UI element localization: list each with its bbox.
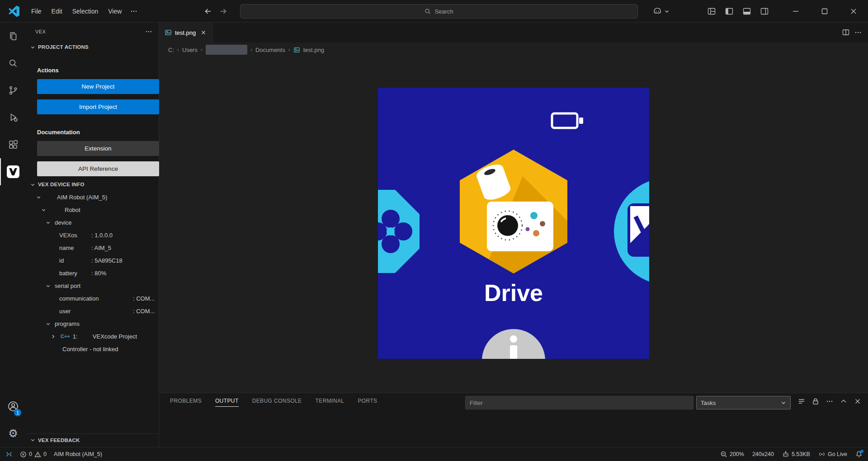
chevron-down-icon — [44, 219, 52, 226]
image-file-icon — [293, 47, 300, 53]
toggle-primary-sidebar-icon[interactable] — [722, 5, 736, 18]
account-icon[interactable]: 1 — [0, 393, 26, 420]
chevron-down-icon — [44, 282, 52, 289]
size-status[interactable]: 5.53KB — [782, 451, 810, 458]
close-panel-icon[interactable] — [854, 397, 862, 405]
warning-icon — [34, 451, 41, 458]
menu-view[interactable]: View — [103, 5, 127, 18]
lock-icon[interactable] — [811, 397, 820, 405]
chevron-down-icon — [29, 181, 36, 188]
settings-gear-icon[interactable]: ⚙ — [0, 420, 26, 447]
tree-item-name[interactable]: name: AIM_5 — [26, 241, 159, 254]
tree-item-robot[interactable]: Robot — [26, 203, 159, 216]
tab-problems[interactable]: PROBLEMS — [170, 396, 202, 407]
chevron-down-icon — [44, 320, 52, 327]
tree-item-battery[interactable]: battery: 80% — [26, 267, 159, 279]
tab-ports[interactable]: PORTS — [358, 396, 377, 407]
broadcast-icon — [818, 451, 826, 458]
breadcrumb-drive[interactable]: C: — [168, 47, 174, 53]
status-bar: 0 0 AIM Robot (AIM_5) 200% 240x240 5.53K… — [0, 447, 868, 461]
problems-status[interactable]: 0 0 — [20, 451, 47, 458]
tree-item-serial-port[interactable]: serial port — [26, 279, 159, 292]
tree-item-program-1[interactable]: C++ 1: VEXcode Project — [26, 330, 159, 343]
section-project-actions[interactable]: PROJECT ACTIONS — [26, 41, 159, 53]
menu-file[interactable]: File — [26, 5, 47, 18]
copilot-icon — [652, 6, 662, 16]
chevron-down-icon — [29, 437, 36, 444]
device-status[interactable]: AIM Robot (AIM_5) — [54, 451, 102, 457]
tab-terminal[interactable]: TERMINAL — [316, 396, 344, 407]
breadcrumb-file[interactable]: test.png — [303, 47, 324, 53]
new-project-button[interactable]: New Project — [37, 79, 159, 94]
maximize-button[interactable] — [810, 0, 839, 23]
minimize-button[interactable] — [781, 0, 810, 23]
robot-icon — [782, 451, 789, 458]
tab-label: test.png — [175, 29, 196, 36]
image-file-icon — [165, 29, 172, 36]
tree-item-device[interactable]: device — [26, 216, 159, 229]
tab-debug-console[interactable]: DEBUG CONSOLE — [252, 396, 302, 407]
activity-bar: 1 ⚙ — [0, 23, 26, 447]
section-vex-feedback[interactable]: VEX FEEDBACK — [26, 433, 159, 446]
section-device-info[interactable]: VEX DEVICE INFO — [26, 178, 159, 191]
breadcrumb-users[interactable]: Users — [182, 47, 198, 53]
menu-more-icon[interactable] — [127, 5, 141, 18]
clear-output-icon[interactable] — [797, 397, 806, 405]
bottom-panel: PROBLEMS OUTPUT DEBUG CONSOLE TERMINAL P… — [159, 393, 868, 447]
remote-indicator-icon[interactable] — [5, 451, 13, 458]
import-project-button[interactable]: Import Project — [37, 99, 159, 114]
tab-output[interactable]: OUTPUT — [215, 396, 239, 407]
forward-icon[interactable] — [219, 7, 228, 16]
tree-item-controller[interactable]: Controller - not linked — [26, 343, 159, 355]
title-bar: File Edit Selection View Search — [0, 0, 868, 23]
customize-layout-icon[interactable] — [705, 5, 718, 18]
tab-close-icon[interactable] — [199, 28, 208, 37]
breadcrumb-documents[interactable]: Documents — [255, 47, 285, 53]
toggle-secondary-sidebar-icon[interactable] — [758, 5, 771, 18]
tree-item-vexos[interactable]: VEXos: 1.0.0.0 — [26, 229, 159, 241]
menu-edit[interactable]: Edit — [47, 5, 67, 18]
actions-label: Actions — [37, 67, 159, 74]
menu-selection[interactable]: Selection — [67, 5, 104, 18]
split-editor-icon[interactable] — [842, 28, 850, 37]
close-window-button[interactable] — [839, 0, 868, 23]
tree-item-communication[interactable]: communication: COM... — [26, 292, 159, 305]
source-control-icon[interactable] — [0, 77, 26, 104]
editor-more-icon[interactable] — [854, 29, 862, 36]
breadcrumb-separator: › — [288, 47, 290, 53]
breadcrumb-separator: › — [250, 47, 252, 53]
vex-logo — [7, 165, 19, 178]
sidebar-more-icon[interactable] — [145, 28, 152, 35]
explorer-icon[interactable] — [0, 23, 26, 50]
tree-item-user[interactable]: user: COM... — [26, 305, 159, 317]
breadcrumb-separator: › — [201, 47, 203, 53]
chevron-down-icon — [35, 193, 42, 201]
toggle-panel-icon[interactable] — [740, 5, 754, 18]
extensions-icon[interactable] — [0, 131, 26, 158]
error-icon — [20, 451, 27, 458]
tree-item-aim-robot[interactable]: AIM Robot (AIM_5) — [26, 191, 159, 203]
copilot-button[interactable] — [652, 6, 670, 16]
go-live-status[interactable]: Go Live — [818, 451, 847, 458]
maximize-panel-icon[interactable] — [840, 397, 848, 405]
api-reference-button[interactable]: API Reference — [37, 161, 159, 176]
vscode-logo-icon — [8, 5, 20, 17]
output-channel-select[interactable]: Tasks — [696, 396, 791, 409]
notifications-bell-icon[interactable] — [855, 451, 863, 458]
tree-item-id[interactable]: id: 5A895C18 — [26, 254, 159, 267]
extension-docs-button[interactable]: Extension — [37, 141, 159, 156]
dimensions-status[interactable]: 240x240 — [752, 451, 774, 457]
tab-bar: test.png — [159, 23, 868, 42]
search-icon — [425, 8, 431, 14]
panel-more-icon[interactable] — [826, 397, 834, 405]
run-debug-icon[interactable] — [0, 104, 26, 131]
search-input[interactable]: Search — [240, 4, 638, 19]
breadcrumb-redacted-user[interactable] — [206, 45, 247, 55]
search-sidebar-icon[interactable] — [0, 50, 26, 77]
tree-item-programs[interactable]: programs — [26, 317, 159, 330]
tab-test-png[interactable]: test.png — [159, 23, 213, 42]
vex-extension-icon[interactable] — [0, 158, 26, 185]
output-filter-input[interactable] — [465, 396, 693, 409]
zoom-status[interactable]: 200% — [720, 451, 744, 458]
back-icon[interactable] — [203, 7, 212, 16]
